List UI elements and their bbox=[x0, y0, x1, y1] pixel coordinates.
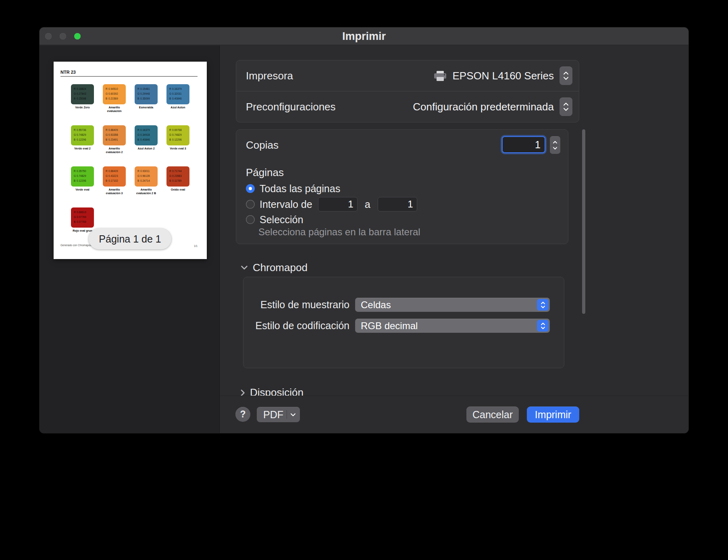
swatch-cell: R0.16379G0.34918B0.40846Azul Aston 2 bbox=[135, 125, 168, 151]
help-icon: ? bbox=[240, 409, 245, 420]
swatch-rgb-line: G0.32031 bbox=[166, 91, 189, 96]
cancel-button[interactable]: Cancelar bbox=[466, 407, 519, 423]
pages-option-selection[interactable]: Selección bbox=[246, 214, 303, 225]
radio-all-pages[interactable] bbox=[246, 184, 255, 193]
swatch-rgb-line: G0.29948 bbox=[135, 91, 158, 96]
swatch-label: Amarillo evaluación 3 bbox=[102, 188, 127, 195]
swatch-rgb-line: B0.12296 bbox=[71, 137, 94, 142]
printer-row: Impresora EPSON L4160 Series bbox=[236, 60, 579, 91]
swatch-cell: R0.88409G0.43223B0.17102Amarillo evaluac… bbox=[103, 166, 137, 195]
presets-label: Preconfiguraciones bbox=[246, 101, 336, 113]
cancel-button-label: Cancelar bbox=[472, 409, 513, 421]
swatch-color: R0.88409G0.43223B0.17102 bbox=[103, 166, 126, 187]
swatch-rgb-line: G0.74829 bbox=[71, 174, 94, 178]
swatch-style-popup[interactable]: Celdas bbox=[355, 298, 550, 312]
chromapod-disclosure[interactable]: Chromapod bbox=[241, 261, 308, 274]
swatch-color: R0.69768G0.74829B0.12296 bbox=[166, 125, 189, 145]
copies-stepper[interactable] bbox=[550, 136, 560, 154]
swatch-label: Verde eval bbox=[71, 188, 95, 192]
scrollbar-thumb[interactable] bbox=[582, 129, 585, 314]
swatch-cell: R0.69768G0.74829B0.12296Verde eval 3 bbox=[166, 125, 200, 151]
swatch-color: R0.68619G0.07769B0.07769 bbox=[71, 207, 94, 228]
presets-popup[interactable]: Configuración predeterminada bbox=[413, 97, 572, 116]
swatch-rgb-line: B0.17102 bbox=[103, 178, 126, 183]
swatch-rgb-line: G0.74829 bbox=[71, 133, 94, 137]
swatch-label: Azul Aston bbox=[166, 106, 190, 110]
swatch-rgb-line: G0.53358 bbox=[103, 133, 126, 137]
swatch-rgb-line: R0.94510 bbox=[103, 87, 126, 91]
swatch-color: R0.88409G0.53358B0.23491 bbox=[103, 125, 126, 145]
swatch-label: Amarillo evaluación 2 B bbox=[134, 188, 158, 195]
swatch-rgb-line: B0.24714 bbox=[135, 178, 158, 183]
print-button-label: Imprimir bbox=[535, 409, 571, 421]
presets-row: Preconfiguraciones Configuración predete… bbox=[236, 91, 579, 122]
swatch-rgb-line: R0.88409 bbox=[103, 128, 126, 133]
page-indicator-pill: Página 1 de 1 bbox=[89, 228, 171, 249]
printer-stepper-chevrons-icon[interactable] bbox=[560, 66, 572, 85]
range-from-input[interactable] bbox=[318, 197, 358, 212]
swatch-label: Amarillo evaluación 2 bbox=[102, 147, 127, 154]
swatch-color: R0.94510G0.60392B0.21569 bbox=[103, 84, 126, 104]
swatch-color: R0.35750G0.74829B0.12296 bbox=[71, 166, 94, 187]
swatch-cell: R0.35750G0.74829B0.12296Verde eval bbox=[71, 166, 105, 192]
printer-presets-group: Impresora EPSON L4160 Series bbox=[236, 60, 579, 122]
swatch-cell: R0.18824G0.27843B0.25098Verde Zero bbox=[71, 84, 105, 110]
swatch-style-popup-chevrons-icon bbox=[537, 299, 549, 311]
help-button[interactable]: ? bbox=[235, 407, 250, 422]
radio-page-range[interactable] bbox=[246, 200, 255, 209]
swatch-rgb-line: R0.93011 bbox=[135, 169, 158, 174]
swatch-rgb-line: R0.71744 bbox=[166, 169, 189, 174]
encoding-style-value: RGB decimal bbox=[361, 320, 418, 332]
pdf-menu-button[interactable]: PDF bbox=[257, 407, 300, 422]
range-to-input[interactable] bbox=[378, 197, 417, 212]
swatch-rgb-line: B0.40846 bbox=[166, 96, 189, 101]
swatch-rgb-line: B0.07769 bbox=[71, 220, 94, 224]
swatch-rgb-line: G0.43223 bbox=[103, 174, 126, 178]
printer-popup[interactable]: EPSON L4160 Series bbox=[433, 66, 572, 85]
swatch-rgb-line: R0.15481 bbox=[135, 87, 158, 91]
swatch-rgb-line: B0.40846 bbox=[135, 137, 158, 142]
chromapod-title: Chromapod bbox=[253, 261, 308, 274]
pages-option-range[interactable]: Intervalo de a bbox=[246, 199, 417, 209]
swatch-cell: R0.15481G0.29948B0.35099Esmeralda bbox=[135, 84, 168, 110]
printer-icon bbox=[433, 71, 447, 81]
pages-label: Páginas bbox=[246, 166, 284, 179]
swatch-color: R0.93011G0.56135B0.24714 bbox=[135, 166, 158, 187]
swatch-rgb-line: G0.60392 bbox=[103, 91, 126, 96]
printer-value: EPSON L4160 Series bbox=[453, 70, 554, 82]
disclosure-chevron-down-icon bbox=[241, 265, 248, 270]
encoding-style-popup[interactable]: RGB decimal bbox=[355, 319, 550, 333]
swatch-cell: R0.16379G0.32031B0.40846Azul Aston bbox=[166, 84, 200, 110]
chromapod-group: Estilo de muestrario Celdas Estilo de co… bbox=[243, 277, 564, 368]
swatch-rgb-line: B0.21569 bbox=[103, 96, 126, 101]
print-button[interactable]: Imprimir bbox=[527, 407, 579, 423]
window-titlebar: Imprimir bbox=[40, 27, 688, 45]
swatch-label: Verde Zero bbox=[71, 106, 95, 110]
disposicion-disclosure[interactable]: Disposición bbox=[241, 386, 304, 396]
swatch-label: Oxido eval bbox=[166, 188, 190, 192]
presets-stepper-chevrons-icon[interactable] bbox=[560, 97, 572, 116]
copies-input[interactable] bbox=[502, 136, 545, 153]
swatch-rgb-line: R0.16379 bbox=[166, 87, 189, 91]
swatch-color: R0.71744G0.23583B0.11789 bbox=[166, 166, 189, 187]
chevron-up-icon bbox=[553, 141, 557, 144]
radio-selection[interactable] bbox=[246, 215, 255, 224]
swatch-label: Verde eval 3 bbox=[166, 147, 190, 151]
radio-selection-label: Selección bbox=[260, 214, 303, 226]
swatch-rgb-line: G0.56135 bbox=[135, 174, 158, 178]
swatch-label: Esmeralda bbox=[134, 106, 158, 110]
swatch-rgb-line: G0.34918 bbox=[135, 133, 158, 137]
radio-all-pages-label: Todas las páginas bbox=[260, 183, 340, 195]
swatch-rgb-line: R0.69768 bbox=[166, 128, 189, 133]
pdf-button-divider bbox=[287, 410, 287, 419]
pdf-chevron-down-icon bbox=[290, 413, 296, 417]
disposicion-title: Disposición bbox=[250, 386, 304, 396]
swatch-style-row: Estilo de muestrario Celdas bbox=[243, 298, 564, 312]
pdf-button-label: PDF bbox=[263, 409, 283, 421]
pages-option-all[interactable]: Todas las páginas bbox=[246, 183, 340, 194]
encoding-style-row: Estilo de codificación RGB decimal bbox=[243, 319, 564, 333]
swatch-cell: R0.55736G0.74829B0.12296Verde eval 2 bbox=[71, 125, 105, 151]
swatch-color: R0.16379G0.32031B0.40846 bbox=[166, 84, 189, 104]
swatch-style-label: Estilo de muestrario bbox=[243, 299, 349, 311]
range-separator-label: a bbox=[365, 199, 370, 210]
